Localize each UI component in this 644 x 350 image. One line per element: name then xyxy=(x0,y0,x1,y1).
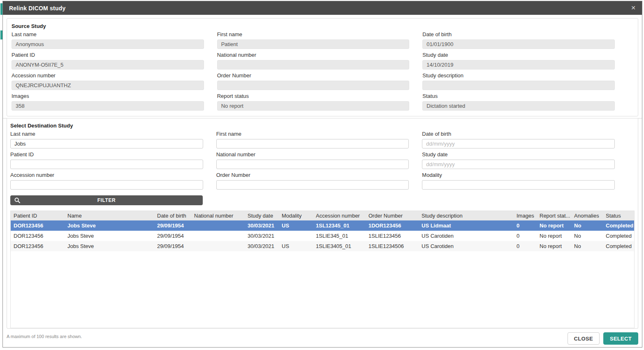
field-label: Accession number xyxy=(10,172,203,178)
source-study-description-field[interactable] xyxy=(422,81,615,90)
cell-study-description: US Carotiden xyxy=(419,231,514,241)
cell-images: 0 xyxy=(514,241,537,251)
cell-modality: US xyxy=(279,220,313,231)
cell-report-status: No report xyxy=(537,231,571,241)
col-header-study-description: Study description xyxy=(419,211,514,220)
search-icon xyxy=(14,197,21,205)
dest-date-of-birth-input[interactable] xyxy=(422,139,615,148)
cell-patient-id: DOR123456 xyxy=(11,220,65,231)
select-button[interactable]: SELECT xyxy=(603,332,638,345)
cell-report-status: No report xyxy=(537,241,571,251)
destination-grid-wrap: Select Destination Study Last name Patie… xyxy=(10,123,615,190)
col-header-report-status: Report stat... xyxy=(537,211,571,220)
field-label: Date of birth xyxy=(422,31,615,37)
cell-modality: US xyxy=(279,241,313,251)
dest-study-date-input[interactable] xyxy=(422,160,615,169)
field-label: Order Number xyxy=(217,72,410,79)
source-accession-number-field[interactable] xyxy=(12,81,204,90)
source-study-section: Source Study Last name Patient ID Access… xyxy=(7,18,638,116)
destination-col-3: Date of birth Study date Modality xyxy=(422,130,615,190)
cell-national-number xyxy=(191,220,245,231)
col-header-images: Images xyxy=(514,211,537,220)
col-header-order-number: Order Number xyxy=(366,211,419,220)
field-label: Date of birth xyxy=(422,131,615,137)
cell-date-of-birth: 29/09/1954 xyxy=(154,231,191,241)
cell-patient-id: DOR123456 xyxy=(11,241,65,251)
cell-date-of-birth: 29/09/1954 xyxy=(154,220,191,231)
filter-button-label: FILTER xyxy=(97,197,116,203)
dialog-title: Relink DICOM study xyxy=(3,5,65,12)
field-label: Last name xyxy=(12,31,204,37)
screen: Relink DICOM study ✕ Source Study Last n… xyxy=(0,0,644,350)
dialog-footer: A maximum of 100 results are shown. CLOS… xyxy=(7,329,638,345)
destination-title: Select Destination Study xyxy=(10,123,615,129)
cell-study-description: US Lidmaat xyxy=(419,220,514,231)
field-label: Study description xyxy=(422,72,615,79)
table-header-row: Patient ID Name Date of birth National n… xyxy=(11,211,634,220)
col-header-accession-number: Accession number xyxy=(313,211,366,220)
close-icon[interactable]: ✕ xyxy=(625,1,642,15)
dest-modality-input[interactable] xyxy=(422,180,615,190)
field-label: First name xyxy=(216,131,409,137)
source-col-1: Last name Patient ID Accession number xyxy=(12,30,204,111)
table-row[interactable]: DOR123456 Jobs Steve 29/09/1954 30/03/20… xyxy=(11,231,634,241)
source-national-number-field[interactable] xyxy=(217,60,410,70)
cell-patient-id: DOR123456 xyxy=(11,231,65,241)
dest-last-name-input[interactable] xyxy=(10,139,203,148)
field-label: Status xyxy=(422,93,615,99)
field-label: Accession number xyxy=(12,72,204,79)
cell-study-date: 30/03/2021 xyxy=(245,241,279,251)
cell-study-description: US Carotiden xyxy=(419,241,514,251)
dest-national-number-input[interactable] xyxy=(216,160,409,169)
relink-dicom-dialog: Relink DICOM study ✕ Source Study Last n… xyxy=(2,1,642,348)
source-images-field[interactable] xyxy=(12,101,204,111)
source-first-name-field[interactable] xyxy=(217,39,410,49)
cell-modality xyxy=(279,231,313,241)
source-study-date-field[interactable] xyxy=(422,60,615,70)
results-limit-note: A maximum of 100 results are shown. xyxy=(7,334,568,339)
field-label: Images xyxy=(12,93,204,99)
cell-anomalies: No xyxy=(571,220,603,231)
col-header-study-date: Study date xyxy=(245,211,279,220)
results-table-container: Patient ID Name Date of birth National n… xyxy=(10,211,635,328)
cell-accession-number: 1SL12345_01 xyxy=(313,220,366,231)
dest-patient-id-input[interactable] xyxy=(10,160,203,169)
cell-name: Jobs Steve xyxy=(65,241,154,251)
cell-accession-number: 1SLIE345_01 xyxy=(313,231,366,241)
cell-study-date: 30/03/2021 xyxy=(245,220,279,231)
col-header-name: Name xyxy=(65,211,154,220)
destination-col-2: First name National number Order Number xyxy=(216,130,409,190)
close-button[interactable]: CLOSE xyxy=(568,332,600,345)
source-order-number-field[interactable] xyxy=(217,81,410,90)
table-row-selected[interactable]: DOR123456 Jobs Steve 29/09/1954 30/03/20… xyxy=(11,220,634,231)
source-date-of-birth-field[interactable] xyxy=(422,39,615,49)
source-status-field[interactable] xyxy=(422,101,615,111)
field-label: National number xyxy=(216,151,409,158)
source-study-title: Source Study xyxy=(12,23,615,29)
dialog-titlebar: Relink DICOM study ✕ xyxy=(3,1,642,15)
cell-accession-number: 1SLIE3405_01 xyxy=(313,241,366,251)
dest-first-name-input[interactable] xyxy=(216,139,409,148)
col-header-status: Status xyxy=(603,211,634,220)
source-col-2: First name National number Order Number xyxy=(217,30,410,111)
cell-name: Jobs Steve xyxy=(65,231,154,241)
dialog-content: Source Study Last name Patient ID Access… xyxy=(3,15,642,347)
table-row[interactable]: DOR123456 Jobs Steve 29/09/1954 30/03/20… xyxy=(11,241,634,251)
source-last-name-field[interactable] xyxy=(12,39,204,49)
dest-accession-number-input[interactable] xyxy=(10,180,203,190)
source-report-status-field[interactable] xyxy=(217,101,410,111)
dest-order-number-input[interactable] xyxy=(216,180,409,190)
filter-button[interactable]: FILTER xyxy=(10,195,203,205)
cell-status: Completed xyxy=(603,241,634,251)
cell-study-date: 30/03/2021 xyxy=(245,231,279,241)
source-patient-id-field[interactable] xyxy=(12,60,204,70)
field-label: Study date xyxy=(422,52,615,58)
field-label: First name xyxy=(217,31,410,37)
col-header-anomalies: Anomalies xyxy=(571,211,603,220)
cell-anomalies: No xyxy=(571,231,603,241)
cell-images: 0 xyxy=(514,231,537,241)
field-label: National number xyxy=(217,52,410,58)
col-header-national-number: National number xyxy=(191,211,245,220)
cell-name: Jobs Steve xyxy=(65,220,154,231)
cell-report-status: No report xyxy=(537,220,571,231)
